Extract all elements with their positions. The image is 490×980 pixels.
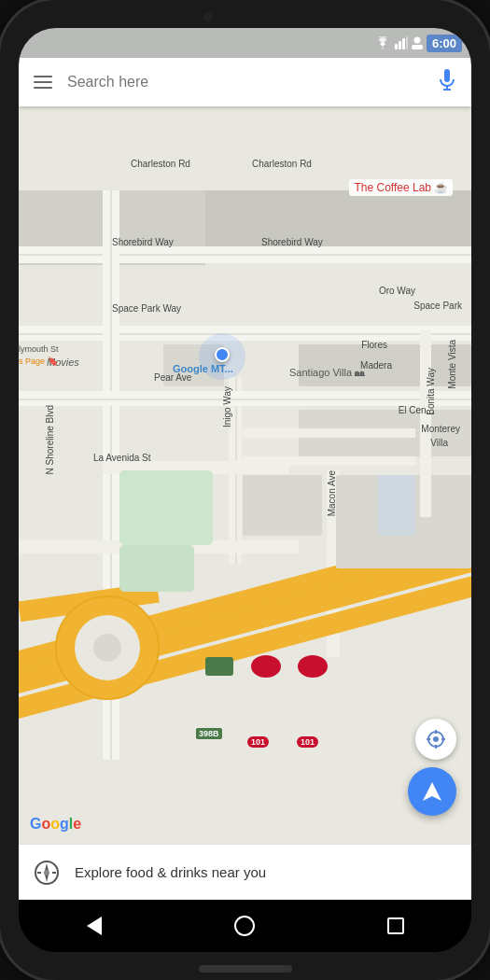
phone-top-decoration xyxy=(189,7,301,26)
svg-rect-3 xyxy=(406,36,408,49)
home-button[interactable] xyxy=(231,913,258,939)
el-cen-label: El Cen... xyxy=(399,405,434,415)
google-o2: o xyxy=(50,816,60,832)
svg-rect-45 xyxy=(243,456,415,466)
svg-rect-21 xyxy=(19,399,471,400)
google-g: G xyxy=(30,816,41,832)
inigo-way-label: Inigo Way xyxy=(222,386,232,427)
menu-icon[interactable] xyxy=(34,76,52,89)
phone-bottom-decoration xyxy=(199,965,292,973)
svg-point-43 xyxy=(298,655,328,678)
navigate-button[interactable] xyxy=(408,767,456,816)
space-park-way-label: Space Park Way xyxy=(112,303,181,314)
n-shoreline-label: N Shoreline Blvd xyxy=(45,405,55,474)
svg-rect-0 xyxy=(395,44,398,49)
macon-ave-label: Macon Ave xyxy=(327,470,337,516)
status-icons: 6:00 xyxy=(374,35,462,52)
svg-rect-13 xyxy=(19,254,471,256)
search-input[interactable] xyxy=(67,74,423,91)
s-page-label: s Page 🔖 xyxy=(19,357,58,366)
highway-398b: 398B xyxy=(196,728,222,739)
svg-rect-11 xyxy=(205,190,471,246)
navigate-icon xyxy=(419,778,445,805)
flores-label: Flores xyxy=(361,340,387,350)
svg-rect-44 xyxy=(243,428,415,438)
google-logo: Google xyxy=(30,816,81,833)
svg-point-42 xyxy=(251,655,281,678)
svg-rect-40 xyxy=(378,475,415,536)
back-button[interactable] xyxy=(81,913,107,939)
svg-rect-1 xyxy=(399,41,401,49)
svg-point-4 xyxy=(413,37,420,44)
highway-101-1: 101 xyxy=(247,736,269,748)
charleston-rd-label-1: Charleston Rd xyxy=(131,159,190,169)
map-svg xyxy=(19,106,471,844)
search-bar xyxy=(19,58,471,106)
svg-rect-15 xyxy=(19,333,471,335)
oro-way-label: Oro Way xyxy=(379,286,415,296)
status-bar: 6:00 xyxy=(19,28,471,58)
wifi-icon xyxy=(374,36,391,49)
recent-button[interactable] xyxy=(383,913,409,939)
monte-vista-label: Monte Vista xyxy=(447,340,457,389)
signal-icon xyxy=(395,36,408,49)
svg-rect-37 xyxy=(243,475,322,536)
svg-point-47 xyxy=(433,736,439,742)
coffee-lab-label: The Coffee Lab ☕ xyxy=(349,179,453,196)
user-icon xyxy=(412,36,423,49)
space-park-label: Space Park xyxy=(413,301,462,311)
svg-point-53 xyxy=(44,870,49,875)
compass-icon xyxy=(34,860,60,886)
map-area[interactable]: Charleston Rd Charleston Rd Shorebird Wa… xyxy=(19,106,471,844)
monterey-label: Monterey xyxy=(421,424,460,434)
highway-101-2: 101 xyxy=(297,736,318,748)
explore-text: Explore food & drinks near you xyxy=(75,864,266,880)
user-location-dot xyxy=(215,347,230,362)
menu-line-2 xyxy=(34,81,52,83)
home-circle xyxy=(234,916,255,936)
bottom-panel[interactable]: Explore food & drinks near you xyxy=(19,844,471,900)
svg-rect-5 xyxy=(412,45,423,49)
svg-rect-33 xyxy=(119,545,194,592)
shorebird-way-label-1: Shorebird Way xyxy=(112,237,174,247)
google-o1: o xyxy=(41,816,50,832)
svg-rect-32 xyxy=(119,470,213,545)
google-e: e xyxy=(73,816,81,832)
coffee-lab-name: The Coffee Lab xyxy=(354,181,431,194)
screen: 6:00 xyxy=(19,28,471,952)
svg-rect-2 xyxy=(402,38,405,49)
charleston-rd-label-2: Charleston Rd xyxy=(252,159,312,169)
coffee-cup-icon: ☕ xyxy=(434,181,448,194)
svg-rect-41 xyxy=(205,657,233,676)
time-display: 6:00 xyxy=(427,35,462,52)
google-g2: g xyxy=(60,816,69,832)
phone-frame: 6:00 xyxy=(0,0,490,980)
back-triangle xyxy=(87,917,102,935)
shorebird-way-label-2: Shorebird Way xyxy=(261,237,323,247)
mic-icon[interactable] xyxy=(438,69,456,96)
location-icon xyxy=(425,728,447,750)
la-avenida-label: La Avenida St xyxy=(93,453,151,463)
villa-label: Villa xyxy=(430,438,448,448)
svg-rect-6 xyxy=(444,69,450,82)
recent-square xyxy=(387,917,404,934)
santiago-villa-label: Santiago Villa 🏘 xyxy=(289,367,365,378)
camera-dot xyxy=(203,12,213,21)
menu-line-1 xyxy=(34,76,52,77)
location-button[interactable] xyxy=(415,719,456,760)
menu-line-3 xyxy=(34,87,52,89)
madera-label: Madera xyxy=(360,360,392,371)
lymouth-label: lymouth St xyxy=(19,344,59,354)
android-nav-bar xyxy=(19,900,471,952)
svg-point-31 xyxy=(93,634,121,662)
